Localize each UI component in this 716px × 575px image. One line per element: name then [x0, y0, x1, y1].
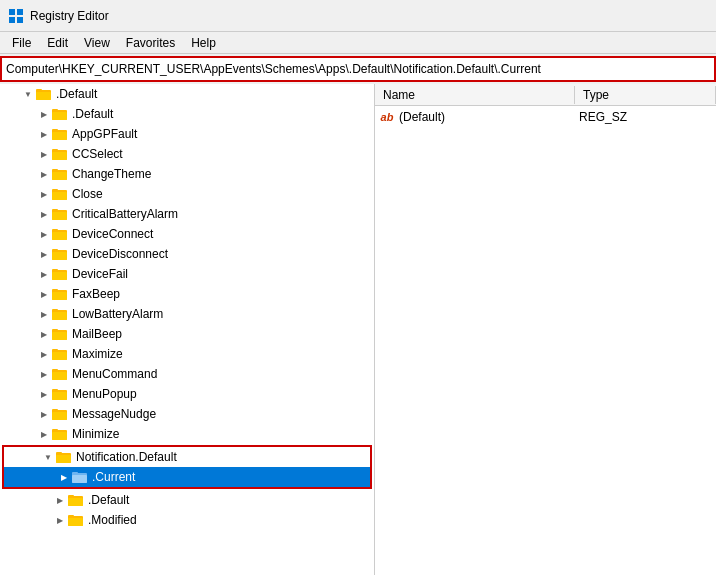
tree-item-current[interactable]: .Current — [4, 467, 370, 487]
tree-item-default2[interactable]: .Default — [0, 490, 374, 510]
svg-rect-48 — [52, 369, 58, 372]
svg-rect-66 — [68, 495, 74, 498]
menu-favorites[interactable]: Favorites — [118, 34, 183, 52]
svg-rect-18 — [52, 169, 58, 172]
tree-item-menupopup[interactable]: MenuPopup — [0, 384, 374, 404]
menu-help[interactable]: Help — [183, 34, 224, 52]
svg-rect-63 — [72, 472, 78, 475]
folder-icon-default2 — [68, 492, 84, 508]
expand-arrow-default-root[interactable] — [20, 86, 36, 102]
expand-arrow-maximize[interactable] — [36, 346, 52, 362]
label-close: Close — [72, 187, 103, 201]
svg-rect-5 — [36, 92, 51, 100]
address-bar[interactable] — [0, 56, 716, 82]
expand-arrow-minimize[interactable] — [36, 426, 52, 442]
tree-item-minimize[interactable]: Minimize — [0, 424, 374, 444]
expand-arrow-changetheme[interactable] — [36, 166, 52, 182]
expand-arrow-appgpfault[interactable] — [36, 126, 52, 142]
svg-rect-21 — [52, 189, 58, 192]
tree-item-lowbatteryalarm[interactable]: LowBatteryAlarm — [0, 304, 374, 324]
expand-arrow-ccselect[interactable] — [36, 146, 52, 162]
expand-arrow-menucommand[interactable] — [36, 366, 52, 382]
tree-item-menucommand[interactable]: MenuCommand — [0, 364, 374, 384]
label-menupopup: MenuPopup — [72, 387, 137, 401]
menu-view[interactable]: View — [76, 34, 118, 52]
folder-icon-menucommand — [52, 366, 68, 382]
svg-rect-6 — [36, 89, 42, 92]
expand-arrow-devicefail[interactable] — [36, 266, 52, 282]
svg-rect-41 — [52, 332, 67, 340]
expand-arrow-close[interactable] — [36, 186, 52, 202]
svg-rect-62 — [72, 475, 87, 483]
tree-panel[interactable]: .Default .Default AppGPFault CCSelect — [0, 84, 375, 575]
expand-arrow-notif-default[interactable] — [40, 449, 56, 465]
tree-item-maximize[interactable]: Maximize — [0, 344, 374, 364]
label-default-child: .Default — [72, 107, 113, 121]
app-icon — [8, 8, 24, 24]
tree-item-mailbeep[interactable]: MailBeep — [0, 324, 374, 344]
tree-item-deviceconnect[interactable]: DeviceConnect — [0, 224, 374, 244]
folder-icon-close — [52, 186, 68, 202]
svg-rect-53 — [52, 412, 67, 420]
svg-rect-57 — [52, 429, 58, 432]
tree-item-modified[interactable]: .Modified — [0, 510, 374, 530]
tree-item-notif-default[interactable]: Notification.Default — [4, 447, 370, 467]
tree-item-close[interactable]: Close — [0, 184, 374, 204]
tree-item-changetheme[interactable]: ChangeTheme — [0, 164, 374, 184]
tree-item-default-child[interactable]: .Default — [0, 104, 374, 124]
label-deviceconnect: DeviceConnect — [72, 227, 153, 241]
tree-item-faxbeep[interactable]: FaxBeep — [0, 284, 374, 304]
expand-arrow-menupopup[interactable] — [36, 386, 52, 402]
svg-rect-9 — [52, 109, 58, 112]
folder-icon-maximize — [52, 346, 68, 362]
svg-rect-8 — [52, 112, 67, 120]
svg-rect-51 — [52, 389, 58, 392]
expand-arrow-modified[interactable] — [52, 512, 68, 528]
expand-arrow-criticalbatteryalarm[interactable] — [36, 206, 52, 222]
reg-value-type: REG_SZ — [579, 110, 627, 124]
svg-rect-54 — [52, 409, 58, 412]
reg-value-icon: ab — [379, 109, 395, 125]
expand-arrow-default2[interactable] — [52, 492, 68, 508]
tree-item-messagenudge[interactable]: MessageNudge — [0, 404, 374, 424]
expand-arrow-devicedisconnect[interactable] — [36, 246, 52, 262]
tree-item-devicefail[interactable]: DeviceFail — [0, 264, 374, 284]
tree-item-default-root[interactable]: .Default — [0, 84, 374, 104]
menu-edit[interactable]: Edit — [39, 34, 76, 52]
folder-icon-minimize — [52, 426, 68, 442]
tree-item-criticalbatteryalarm[interactable]: CriticalBatteryAlarm — [0, 204, 374, 224]
folder-icon-messagenudge — [52, 406, 68, 422]
tree-item-devicedisconnect[interactable]: DeviceDisconnect — [0, 244, 374, 264]
expand-arrow-current[interactable] — [56, 469, 72, 485]
tree-item-ccselect[interactable]: CCSelect — [0, 144, 374, 164]
expand-arrow-mailbeep[interactable] — [36, 326, 52, 342]
label-lowbatteryalarm: LowBatteryAlarm — [72, 307, 163, 321]
svg-rect-24 — [52, 209, 58, 212]
reg-value-name: (Default) — [399, 110, 579, 124]
label-devicedisconnect: DeviceDisconnect — [72, 247, 168, 261]
label-criticalbatteryalarm: CriticalBatteryAlarm — [72, 207, 178, 221]
label-default2: .Default — [88, 493, 129, 507]
svg-rect-14 — [52, 152, 67, 160]
expand-arrow-messagenudge[interactable] — [36, 406, 52, 422]
label-notif-default: Notification.Default — [76, 450, 177, 464]
svg-rect-35 — [52, 292, 67, 300]
svg-rect-32 — [52, 272, 67, 280]
folder-icon-menupopup — [52, 386, 68, 402]
registry-row[interactable]: ab (Default) REG_SZ — [375, 106, 716, 128]
svg-rect-60 — [56, 452, 62, 455]
folder-icon-changetheme — [52, 166, 68, 182]
svg-rect-45 — [52, 349, 58, 352]
expand-arrow-deviceconnect[interactable] — [36, 226, 52, 242]
svg-rect-33 — [52, 269, 58, 272]
expand-arrow-default-child[interactable] — [36, 106, 52, 122]
folder-icon-criticalbatteryalarm — [52, 206, 68, 222]
address-input[interactable] — [6, 62, 710, 76]
expand-arrow-lowbatteryalarm[interactable] — [36, 306, 52, 322]
tree-item-appgpfault[interactable]: AppGPFault — [0, 124, 374, 144]
expand-arrow-faxbeep[interactable] — [36, 286, 52, 302]
svg-rect-15 — [52, 149, 58, 152]
menu-file[interactable]: File — [4, 34, 39, 52]
svg-rect-17 — [52, 172, 67, 180]
svg-rect-12 — [52, 129, 58, 132]
